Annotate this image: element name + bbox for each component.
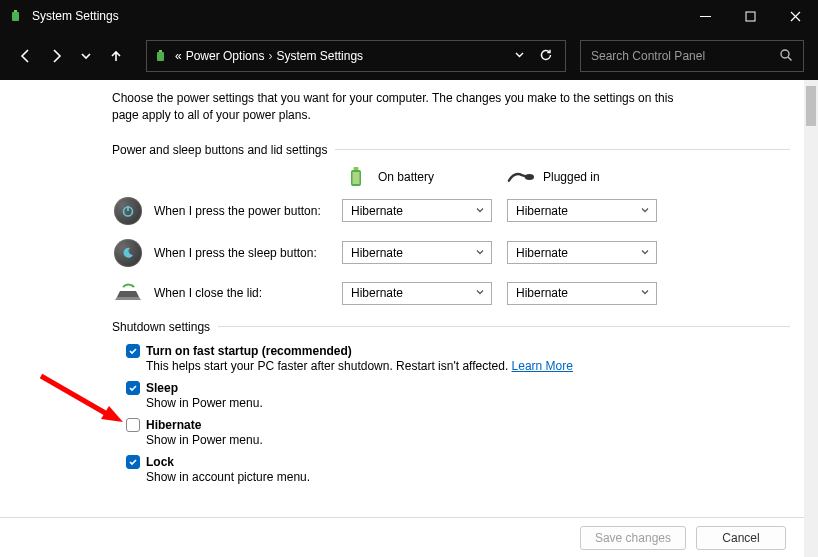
section-header-buttons: Power and sleep buttons and lid settings	[112, 143, 790, 157]
chevron-down-icon	[475, 204, 485, 218]
power-icon	[114, 197, 142, 225]
moon-icon	[114, 239, 142, 267]
checkbox-hibernate[interactable]	[126, 418, 140, 432]
svg-point-10	[525, 174, 534, 180]
refresh-button[interactable]	[539, 48, 553, 65]
checkbox-label: Sleep	[146, 381, 178, 395]
svg-rect-0	[12, 12, 19, 21]
svg-rect-2	[700, 16, 711, 17]
section-label: Power and sleep buttons and lid settings	[112, 143, 327, 157]
combo-value: Hibernate	[516, 246, 568, 260]
svg-rect-4	[157, 52, 164, 61]
breadcrumb[interactable]: « Power Options › System Settings	[175, 49, 363, 63]
up-button[interactable]	[104, 40, 128, 72]
section-header-shutdown: Shutdown settings	[112, 320, 790, 334]
row-lid: When I close the lid: Hibernate Hibernat…	[112, 281, 790, 306]
checkbox-description: Show in Power menu.	[146, 396, 790, 410]
checkbox-description: Show in account picture menu.	[146, 470, 790, 484]
breadcrumb-prefix: «	[175, 49, 182, 63]
address-bar[interactable]: « Power Options › System Settings	[146, 40, 566, 72]
window-controls	[683, 0, 818, 32]
search-box[interactable]	[580, 40, 804, 72]
footer: Save changes Cancel	[0, 517, 804, 557]
content-area: Choose the power settings that you want …	[0, 80, 818, 557]
option-lock: Lock Show in account picture menu.	[126, 455, 790, 484]
checkbox-sleep[interactable]	[126, 381, 140, 395]
chevron-down-icon	[475, 246, 485, 260]
row-label: When I close the lid:	[154, 286, 262, 300]
svg-rect-5	[159, 50, 162, 52]
svg-rect-1	[14, 10, 17, 12]
option-fast-startup: Turn on fast startup (recommended) This …	[126, 344, 790, 373]
row-label: When I press the power button:	[154, 204, 321, 218]
combo-lid-plugged[interactable]: Hibernate	[507, 282, 657, 305]
combo-power-plugged[interactable]: Hibernate	[507, 199, 657, 222]
column-label: Plugged in	[543, 170, 600, 184]
search-icon[interactable]	[779, 48, 793, 65]
checkbox-description: Show in Power menu.	[146, 433, 790, 447]
column-label: On battery	[378, 170, 434, 184]
combo-value: Hibernate	[351, 286, 403, 300]
maximize-button[interactable]	[728, 0, 773, 32]
combo-power-battery[interactable]: Hibernate	[342, 199, 492, 222]
chevron-down-icon	[475, 286, 485, 300]
battery-icon	[8, 8, 24, 24]
option-sleep: Sleep Show in Power menu.	[126, 381, 790, 410]
svg-rect-3	[746, 12, 755, 21]
chevron-down-icon	[640, 246, 650, 260]
combo-value: Hibernate	[516, 286, 568, 300]
forward-button[interactable]	[44, 40, 68, 72]
plug-icon	[507, 167, 535, 187]
laptop-lid-icon	[113, 281, 143, 306]
combo-value: Hibernate	[351, 204, 403, 218]
intro-text: Choose the power settings that you want …	[112, 90, 692, 125]
breadcrumb-item[interactable]: Power Options	[186, 49, 265, 63]
combo-sleep-battery[interactable]: Hibernate	[342, 241, 492, 264]
section-label: Shutdown settings	[112, 320, 210, 334]
svg-point-6	[781, 50, 789, 58]
battery-icon	[342, 167, 370, 187]
combo-value: Hibernate	[516, 204, 568, 218]
navbar: « Power Options › System Settings	[0, 32, 818, 80]
checkbox-label: Hibernate	[146, 418, 201, 432]
combo-value: Hibernate	[351, 246, 403, 260]
checkbox-description: This helps start your PC faster after sh…	[146, 359, 790, 373]
recent-locations-button[interactable]	[74, 40, 98, 72]
combo-lid-battery[interactable]: Hibernate	[342, 282, 492, 305]
row-power-button: When I press the power button: Hibernate…	[112, 197, 790, 225]
column-header-plugged: Plugged in	[507, 167, 672, 187]
checkbox-fast-startup[interactable]	[126, 344, 140, 358]
breadcrumb-item[interactable]: System Settings	[276, 49, 363, 63]
chevron-down-icon	[640, 286, 650, 300]
close-button[interactable]	[773, 0, 818, 32]
combo-sleep-plugged[interactable]: Hibernate	[507, 241, 657, 264]
save-button[interactable]: Save changes	[580, 526, 686, 550]
cancel-button[interactable]: Cancel	[696, 526, 786, 550]
minimize-button[interactable]	[683, 0, 728, 32]
row-label: When I press the sleep button:	[154, 246, 317, 260]
chevron-right-icon: ›	[268, 49, 272, 63]
chevron-down-icon[interactable]	[514, 49, 525, 63]
row-sleep-button: When I press the sleep button: Hibernate…	[112, 239, 790, 267]
column-headers: On battery Plugged in	[112, 167, 790, 187]
battery-icon	[153, 48, 169, 64]
scrollbar-thumb[interactable]	[806, 86, 816, 126]
column-header-battery: On battery	[342, 167, 507, 187]
back-button[interactable]	[14, 40, 38, 72]
titlebar: System Settings	[0, 0, 818, 32]
checkbox-label: Lock	[146, 455, 174, 469]
search-input[interactable]	[591, 49, 779, 63]
scrollbar[interactable]	[804, 80, 818, 557]
checkbox-lock[interactable]	[126, 455, 140, 469]
chevron-down-icon	[640, 204, 650, 218]
learn-more-link[interactable]: Learn More	[512, 359, 573, 373]
checkbox-label: Turn on fast startup (recommended)	[146, 344, 352, 358]
window-title: System Settings	[32, 9, 119, 23]
svg-rect-8	[354, 167, 359, 170]
option-hibernate: Hibernate Show in Power menu.	[126, 418, 790, 447]
svg-rect-9	[353, 172, 360, 184]
